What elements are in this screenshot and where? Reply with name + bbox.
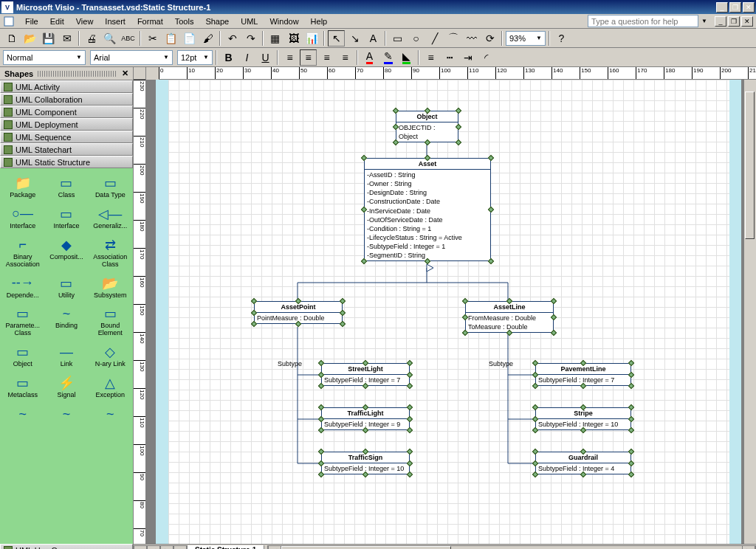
- shapes-window-button[interactable]: ▦: [267, 30, 284, 46]
- vertical-scrollbar[interactable]: [743, 80, 756, 544]
- menu-insert[interactable]: Insert: [99, 15, 131, 27]
- menu-tools[interactable]: Tools: [169, 15, 200, 27]
- menu-shape[interactable]: Shape: [199, 15, 235, 27]
- selection-handle[interactable]: [628, 427, 634, 433]
- save-button[interactable]: 💾: [40, 30, 57, 46]
- scroll-thumb[interactable]: [281, 546, 451, 550]
- new-button[interactable]: 🗋: [3, 30, 20, 46]
- preview-button[interactable]: 🔍: [101, 30, 118, 46]
- close-button[interactable]: ✕: [743, 2, 755, 13]
- stencil-shape[interactable]: ▭Data Type: [89, 173, 131, 201]
- stencil-shape[interactable]: ⚡Signal: [45, 373, 87, 401]
- selection-handle[interactable]: [628, 472, 634, 477]
- maximize-button[interactable]: ❐: [729, 2, 741, 13]
- horizontal-scrollbar[interactable]: ◀ ▶: [267, 545, 756, 550]
- align-right-button[interactable]: ≡: [318, 49, 335, 66]
- line-ends-button[interactable]: ⇥: [459, 49, 476, 66]
- menu-file[interactable]: File: [19, 15, 44, 27]
- selection-handle[interactable]: [551, 330, 557, 336]
- stencil-shape[interactable]: ◆Composit...: [45, 235, 87, 270]
- sheet-prev-button[interactable]: ◀: [147, 545, 160, 550]
- uml-class-object[interactable]: Object OBJECTID : Object: [396, 111, 458, 142]
- stencil-header-active[interactable]: UML Static Structure: [0, 156, 133, 168]
- line-weight-button[interactable]: ≡: [422, 49, 439, 66]
- stencil-shape[interactable]: ◁—Generaliz...: [89, 204, 131, 232]
- align-justify-button[interactable]: ≡: [337, 49, 354, 66]
- stencil-header[interactable]: UML Activity: [0, 80, 133, 93]
- selection-handle[interactable]: [488, 258, 494, 264]
- stencil-shape[interactable]: 📁Package: [1, 173, 44, 201]
- selection-handle[interactable]: [407, 472, 413, 477]
- stencil-shape[interactable]: ▭Metaclass: [1, 373, 44, 401]
- spell-button[interactable]: ABC: [120, 30, 137, 46]
- undo-button[interactable]: ↶: [224, 30, 241, 46]
- format-painter-button[interactable]: 🖌: [199, 30, 216, 46]
- freeform-tool-button[interactable]: 〰: [463, 30, 480, 46]
- print-button[interactable]: 🖨: [83, 30, 100, 46]
- mail-button[interactable]: ✉: [58, 30, 75, 46]
- insert-chart-button[interactable]: 📊: [303, 30, 320, 46]
- italic-button[interactable]: I: [238, 49, 255, 66]
- shapes-close-button[interactable]: ✕: [122, 69, 128, 78]
- drawing-page[interactable]: Subtype Subtype Object OBJECTID : Object…: [168, 80, 729, 544]
- corner-rounding-button[interactable]: ◜: [478, 49, 495, 66]
- stencil-header[interactable]: UML Component: [0, 106, 133, 118]
- menu-view[interactable]: View: [70, 15, 100, 27]
- sheet-first-button[interactable]: ⏮: [134, 545, 147, 550]
- stencil-shape[interactable]: ~: [89, 404, 131, 424]
- insert-picture-button[interactable]: 🖼: [285, 30, 302, 46]
- stencil-header[interactable]: UML Collaboration: [0, 93, 133, 106]
- scroll-left-button[interactable]: ◀: [268, 545, 281, 550]
- line-pattern-button[interactable]: ┅: [441, 49, 458, 66]
- doc-restore-button[interactable]: ❐: [728, 16, 740, 27]
- rectangle-tool-button[interactable]: ▭: [389, 30, 406, 46]
- line-tool-button[interactable]: ╱: [426, 30, 443, 46]
- stencil-header[interactable]: UML Sequence: [0, 131, 133, 143]
- stencil-shape[interactable]: ~: [45, 404, 87, 424]
- stencil-header[interactable]: UML Statechart: [0, 143, 133, 156]
- connector-tool-button[interactable]: ↘: [346, 30, 363, 46]
- scroll-thumb[interactable]: [745, 92, 755, 239]
- stencil-shape[interactable]: ▭Utility: [45, 273, 87, 301]
- doc-close-button[interactable]: ✕: [741, 16, 753, 27]
- help-dropdown-icon[interactable]: ▼: [701, 18, 707, 24]
- fontsize-combo[interactable]: 12pt▼: [177, 50, 213, 65]
- redo-button[interactable]: ↷: [242, 30, 259, 46]
- selection-handle[interactable]: [407, 427, 413, 433]
- cut-button[interactable]: ✂: [144, 30, 161, 46]
- sheet-next-button[interactable]: ▶: [160, 545, 173, 550]
- stencil-shape[interactable]: ▭Bound Element: [89, 303, 131, 339]
- uml-class-asset[interactable]: Asset -AssetID : String-Owner : String-D…: [364, 158, 491, 261]
- stencil-shape[interactable]: 📂Subsystem: [89, 273, 131, 301]
- sheet-tab[interactable]: Static Structure-1: [187, 545, 264, 550]
- font-combo[interactable]: Arial▼: [90, 50, 173, 65]
- arc-tool-button[interactable]: ⌒: [444, 30, 461, 46]
- canvas-scroll[interactable]: Subtype Subtype Object OBJECTID : Object…: [146, 80, 743, 544]
- zoom-combo[interactable]: 93%▼: [506, 31, 546, 46]
- stencil-shape[interactable]: ▭Interface: [45, 204, 87, 232]
- copy-button[interactable]: 📋: [162, 30, 179, 46]
- doc-minimize-button[interactable]: _: [715, 16, 726, 27]
- stencil-shape[interactable]: ◇N-ary Link: [89, 342, 131, 370]
- style-combo[interactable]: Normal▼: [3, 50, 86, 65]
- line-color-button[interactable]: ✎: [379, 49, 396, 66]
- menu-window[interactable]: Window: [264, 15, 304, 27]
- minimize-button[interactable]: _: [716, 2, 728, 13]
- scroll-right-button[interactable]: ▶: [742, 545, 755, 550]
- ellipse-tool-button[interactable]: ○: [408, 30, 425, 46]
- stencil-header[interactable]: UML Use Case: [0, 544, 133, 549]
- stencil-shape[interactable]: —Link: [45, 342, 87, 370]
- rotate-button[interactable]: ⟳: [481, 30, 498, 46]
- stencil-shape[interactable]: ▭Class: [45, 173, 87, 201]
- pointer-tool-button[interactable]: ↖: [328, 30, 345, 46]
- stencil-shape[interactable]: ~Binding: [45, 303, 87, 339]
- stencil-shape[interactable]: ~: [1, 404, 44, 424]
- help-search-input[interactable]: [588, 15, 698, 27]
- selection-handle[interactable]: [628, 383, 634, 389]
- underline-button[interactable]: U: [257, 49, 274, 66]
- stencil-shape[interactable]: ▭Object: [1, 342, 44, 370]
- stencil-shape[interactable]: ▭Paramete... Class: [1, 303, 44, 339]
- fill-color-button[interactable]: ◣: [398, 49, 415, 66]
- align-center-button[interactable]: ≡: [300, 49, 317, 66]
- stencil-shape[interactable]: ⌐Binary Association: [1, 235, 44, 270]
